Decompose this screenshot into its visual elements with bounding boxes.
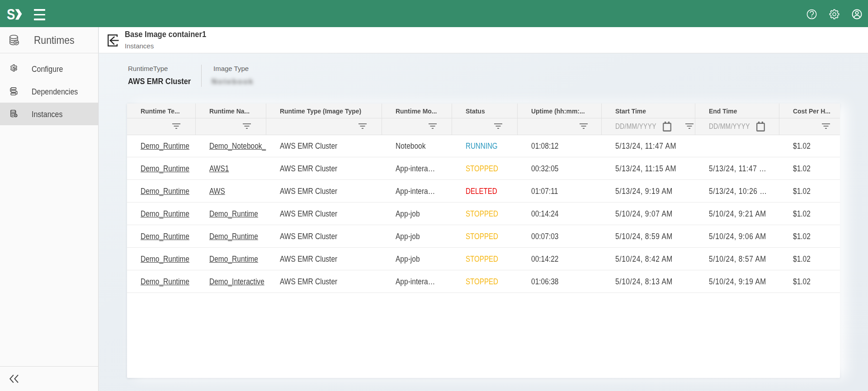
- svg-text:S: S: [7, 6, 15, 23]
